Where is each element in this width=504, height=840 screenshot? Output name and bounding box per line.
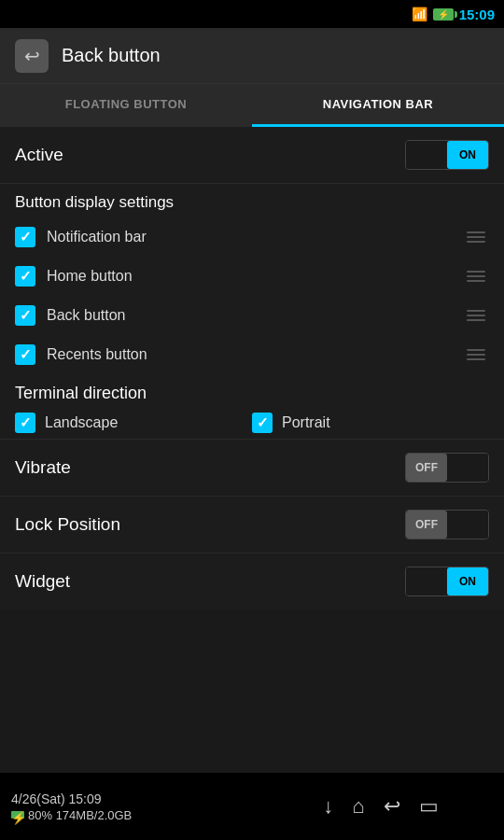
active-row: Active ON (0, 127, 504, 184)
checkmark-recents: ✓ (20, 346, 32, 363)
checkbox-row-notification[interactable]: ✓ Notification bar (0, 217, 504, 257)
widget-row: Widget ON (0, 553, 504, 609)
checkmark-landscape: ✓ (20, 414, 32, 431)
app-header: ↩ Back button (0, 28, 504, 84)
nav-recent-icon[interactable]: ▭ (419, 794, 439, 819)
checkbox-label-back: Back button (47, 307, 126, 324)
checkbox-home[interactable]: ✓ (15, 266, 35, 287)
checkbox-row-back[interactable]: ✓ Back button (0, 296, 504, 335)
checkbox-notification[interactable]: ✓ (15, 227, 35, 247)
checkbox-label-notification: Notification bar (47, 229, 147, 245)
vibrate-toggle[interactable]: OFF (405, 453, 489, 483)
tab-floating-button[interactable]: FLOATING BUTTON (0, 84, 252, 127)
direction-landscape[interactable]: ✓ Landscape (15, 413, 252, 433)
battery-small-icon: ⚡ (11, 811, 24, 819)
drag-handle-recents[interactable] (463, 345, 489, 364)
active-label: Active (15, 145, 63, 165)
bottom-date: 4/26(Sat) 15:09 (11, 791, 258, 806)
terminal-direction-heading: Terminal direction (15, 384, 489, 403)
checkbox-row-home[interactable]: ✓ Home button (0, 257, 504, 296)
button-display-heading: Button display settings (0, 184, 504, 217)
checkbox-row-recents[interactable]: ✓ Recents button (0, 335, 504, 374)
bottom-bar: 4/26(Sat) 15:09 ⚡ 80% 174MB/2.0GB ↓ ⌂ ↩ … (0, 773, 504, 840)
direction-row: ✓ Landscape ✓ Portrait (15, 413, 489, 433)
status-bar: 📶 ⚡ 15:09 (0, 0, 504, 28)
lock-position-on-spacer (447, 511, 488, 539)
wifi-icon: 📶 (412, 7, 427, 21)
widget-off-spacer (406, 567, 447, 595)
checkbox-label-recents: Recents button (47, 346, 147, 363)
portrait-label: Portrait (282, 414, 330, 431)
checkbox-label-home: Home button (47, 268, 133, 285)
drag-handle-notification[interactable] (463, 228, 489, 246)
terminal-direction-section: Terminal direction ✓ Landscape ✓ Portrai… (0, 374, 504, 439)
app-title: Back button (62, 45, 161, 66)
battery-info-text: 80% 174MB/2.0GB (28, 808, 132, 822)
nav-home-icon[interactable]: ⌂ (352, 794, 364, 819)
checkmark-home: ✓ (20, 268, 32, 285)
battery-bolt: ⚡ (438, 9, 449, 20)
status-time: 15:09 (459, 7, 495, 22)
back-button-icon[interactable]: ↩ (15, 39, 49, 73)
checkmark-back: ✓ (20, 307, 32, 324)
tab-navigation-bar[interactable]: NAVIGATION BAR (252, 84, 504, 127)
checkmark-notification: ✓ (20, 229, 32, 245)
widget-on-label: ON (447, 567, 488, 595)
widget-label: Widget (15, 571, 70, 592)
back-arrow-icon: ↩ (24, 45, 40, 67)
drag-handle-back[interactable] (463, 306, 489, 325)
lock-position-row: Lock Position OFF (0, 496, 504, 553)
nav-icons: ↓ ⌂ ↩ ▭ (258, 794, 504, 819)
lock-position-off-label: OFF (406, 511, 447, 539)
active-toggle[interactable]: ON (405, 140, 489, 170)
toggle-on-label: ON (447, 141, 488, 169)
lock-position-toggle[interactable]: OFF (405, 510, 489, 539)
nav-back-icon[interactable]: ↩ (384, 794, 400, 819)
lock-position-label: Lock Position (15, 514, 120, 535)
vibrate-off-label: OFF (406, 454, 447, 482)
vibrate-on-spacer (447, 454, 488, 482)
widget-toggle[interactable]: ON (405, 567, 489, 596)
bottom-info: 4/26(Sat) 15:09 ⚡ 80% 174MB/2.0GB (0, 791, 258, 822)
drag-handle-home[interactable] (463, 267, 489, 286)
checkbox-landscape[interactable]: ✓ (15, 413, 35, 433)
vibrate-label: Vibrate (15, 457, 71, 478)
checkbox-back[interactable]: ✓ (15, 305, 35, 326)
vibrate-row: Vibrate OFF (0, 439, 504, 496)
content-area: Active ON Button display settings ✓ Noti… (0, 127, 504, 609)
checkbox-recents[interactable]: ✓ (15, 344, 35, 365)
battery-icon: ⚡ (433, 8, 454, 21)
nav-download-icon[interactable]: ↓ (323, 794, 333, 819)
tabs-container: FLOATING BUTTON NAVIGATION BAR (0, 84, 504, 127)
toggle-off-label (406, 141, 447, 169)
bottom-battery: ⚡ 80% 174MB/2.0GB (11, 808, 258, 822)
checkbox-portrait[interactable]: ✓ (252, 413, 273, 433)
landscape-label: Landscape (45, 414, 118, 431)
checkmark-portrait: ✓ (257, 414, 269, 431)
direction-portrait[interactable]: ✓ Portrait (252, 413, 489, 433)
